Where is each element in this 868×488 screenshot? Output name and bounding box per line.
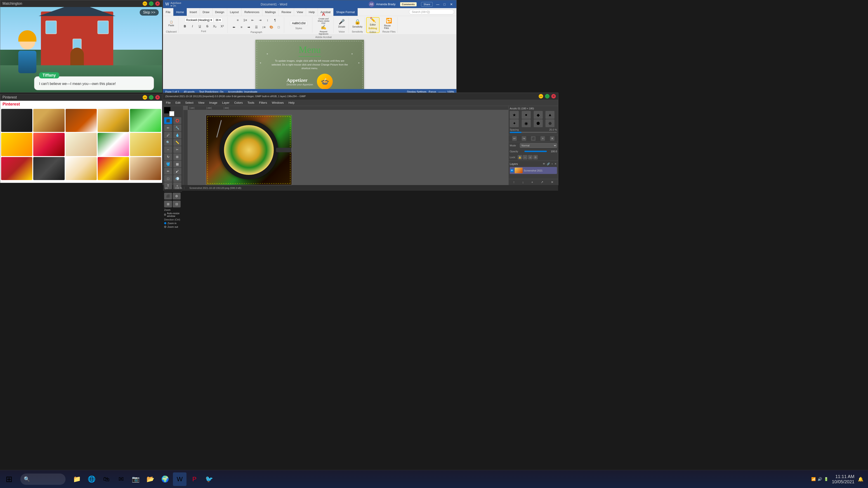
- taskbar-icon-file-explorer[interactable]: 📁: [70, 473, 84, 486]
- tool-bucket-fill[interactable]: 🪣: [164, 161, 172, 167]
- taskbar-icon-store[interactable]: 🛍: [99, 473, 113, 486]
- tool-free-select[interactable]: ✏: [164, 125, 172, 131]
- layer-btn-2[interactable]: 🔗: [546, 162, 550, 166]
- background-color[interactable]: [169, 111, 174, 116]
- layer-action-3[interactable]: +: [531, 180, 533, 184]
- layer-action-2[interactable]: ↓: [522, 180, 524, 184]
- tool-ellipse-select[interactable]: ⭕: [174, 117, 181, 124]
- start-button[interactable]: ⊞: [0, 470, 18, 488]
- tab-help[interactable]: Help: [306, 8, 318, 16]
- tool-option-2[interactable]: ⚙: [173, 193, 181, 199]
- pin-item-14[interactable]: [98, 157, 129, 180]
- word-maximize-btn[interactable]: □: [442, 1, 447, 7]
- indent-dec-btn[interactable]: ⇤: [249, 17, 256, 23]
- zoom-in-radio[interactable]: [164, 222, 166, 224]
- lock-icon-visibility[interactable]: ⚙: [533, 155, 538, 160]
- autosave-toggle[interactable]: AutoSave ● On: [173, 1, 179, 7]
- bullets-btn[interactable]: ≡: [235, 17, 241, 23]
- tool-zoom[interactable]: 🔍: [164, 139, 172, 146]
- borders-btn[interactable]: □: [275, 24, 282, 30]
- gimp-menu-colors[interactable]: Colors: [232, 101, 245, 104]
- create-share-adobe-btn[interactable]: A Create and Share Adobe PDF: [317, 12, 330, 24]
- pinterest-close-btn[interactable]: ✕: [155, 95, 160, 100]
- auto-resize-radio[interactable]: [164, 214, 166, 216]
- mode-select[interactable]: Normal: [520, 143, 557, 148]
- tool-snap-1[interactable]: ⊞: [164, 201, 172, 207]
- taskbar-icon-pinterest[interactable]: P: [188, 473, 201, 486]
- tab-design[interactable]: Design: [213, 8, 227, 16]
- font-size-selector[interactable]: 36 ▾: [214, 18, 222, 22]
- gimp-menu-view[interactable]: View: [196, 101, 206, 104]
- gimp-canvas[interactable]: [206, 115, 292, 185]
- reuse-files-btn[interactable]: 🔁 Reuse Files: [384, 18, 394, 30]
- tool-snap-2[interactable]: ⊟: [173, 201, 181, 207]
- lock-icon-alpha[interactable]: α: [528, 155, 532, 160]
- italic-btn[interactable]: I: [189, 23, 196, 29]
- layer-visibility-icon[interactable]: 👁: [510, 169, 514, 172]
- wifi-icon[interactable]: 📶: [811, 477, 816, 481]
- gimp-menu-filters[interactable]: Filters: [257, 101, 269, 104]
- superscript-btn[interactable]: X²: [219, 23, 225, 29]
- brush-1[interactable]: ★: [510, 111, 519, 119]
- taskbar-icon-mail[interactable]: ✉: [114, 473, 128, 486]
- layer-action-4[interactable]: ↗: [541, 180, 544, 184]
- editor-btn[interactable]: ✏️ Editor: [368, 17, 378, 26]
- gimp-ctrl-5[interactable]: ✕: [550, 136, 555, 141]
- tab-home[interactable]: Home: [174, 8, 187, 16]
- pin-item-15[interactable]: [130, 157, 161, 180]
- gimp-ctrl-1[interactable]: ↩: [512, 136, 517, 141]
- gimp-menu-layer[interactable]: Layer: [220, 101, 231, 104]
- pin-item-2[interactable]: [33, 109, 64, 132]
- sort-btn[interactable]: ↕: [264, 17, 271, 23]
- strikethrough-btn[interactable]: S: [204, 23, 211, 29]
- align-center-btn[interactable]: ≡: [238, 24, 245, 30]
- pin-item-8[interactable]: [66, 133, 97, 156]
- tool-color-picker[interactable]: 💧: [174, 132, 181, 138]
- word-close-btn[interactable]: ✕: [448, 1, 454, 7]
- gimp-menu-image[interactable]: Image: [207, 101, 219, 104]
- minimize-btn[interactable]: —: [143, 1, 147, 6]
- request-signatures-btn[interactable]: ✍ Request Signatures: [317, 24, 330, 35]
- speaker-icon[interactable]: 🔊: [817, 477, 822, 481]
- gimp-close-btn[interactable]: ✕: [551, 94, 556, 98]
- brush-3[interactable]: ◆: [534, 111, 543, 119]
- styles-picker[interactable]: AaBbCcDd: [290, 21, 307, 26]
- word-minimize-btn[interactable]: —: [435, 1, 440, 7]
- lock-icon-position[interactable]: ↔: [523, 155, 527, 160]
- tab-references[interactable]: References: [242, 8, 262, 16]
- tab-mailings[interactable]: Mailings: [262, 8, 279, 16]
- pin-item-9[interactable]: [98, 133, 129, 156]
- taskbar-icon-word[interactable]: W: [173, 473, 186, 486]
- align-left-btn[interactable]: ⬅: [230, 24, 237, 30]
- gimp-menu-edit[interactable]: Edit: [174, 101, 182, 104]
- gimp-ctrl-2[interactable]: ↪: [522, 136, 526, 141]
- font-name-selector[interactable]: Rockwell (Heading) ▾: [185, 18, 213, 22]
- dictate-btn[interactable]: 🎤 Dictate: [337, 18, 347, 30]
- pin-item-6[interactable]: [1, 133, 32, 156]
- bold-btn[interactable]: B: [182, 23, 188, 29]
- pin-item-10[interactable]: [130, 133, 161, 156]
- tool-rectangle-select[interactable]: ⬛: [164, 117, 172, 124]
- tab-view[interactable]: View: [294, 8, 306, 16]
- tab-file[interactable]: File: [163, 8, 174, 16]
- pin-item-12[interactable]: [33, 157, 64, 180]
- taskbar-icon-remote[interactable]: 📷: [129, 473, 143, 486]
- tool-measure[interactable]: 📏: [174, 139, 181, 146]
- show-marks-btn[interactable]: ¶: [272, 17, 278, 23]
- notification-btn[interactable]: 🔔: [858, 477, 864, 482]
- share-btn[interactable]: Share: [421, 2, 433, 6]
- lock-icon-pixels[interactable]: 🔒: [518, 155, 522, 160]
- gimp-menu-tools[interactable]: Tools: [246, 101, 256, 104]
- gimp-ctrl-4[interactable]: +: [540, 136, 545, 141]
- tab-insert[interactable]: Insert: [187, 8, 200, 16]
- gimp-minimize-btn[interactable]: —: [539, 94, 543, 98]
- layer-btn-3[interactable]: +: [551, 162, 553, 166]
- brush-6[interactable]: ◉: [522, 119, 531, 127]
- brush-8[interactable]: ⊕: [546, 119, 555, 127]
- tool-paintbrush[interactable]: 🖌: [174, 168, 181, 175]
- tab-layout[interactable]: Layout: [227, 8, 242, 16]
- align-justify-btn[interactable]: ☰: [253, 24, 260, 30]
- tool-pencil[interactable]: ✏: [164, 168, 172, 175]
- gimp-menu-file[interactable]: File: [164, 101, 173, 104]
- layer-action-1[interactable]: ↑: [513, 180, 515, 184]
